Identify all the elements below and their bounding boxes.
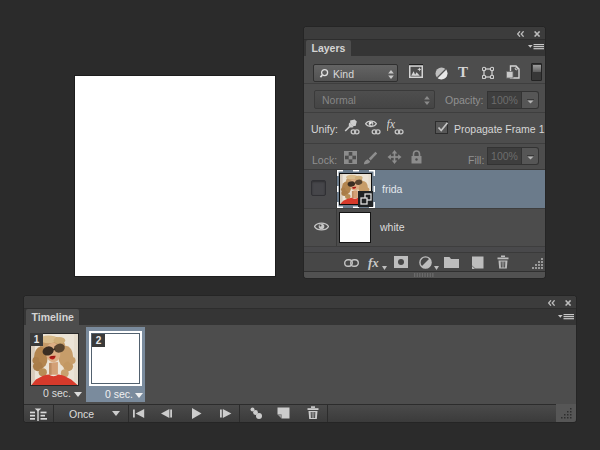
svg-text:fx: fx bbox=[387, 118, 396, 131]
